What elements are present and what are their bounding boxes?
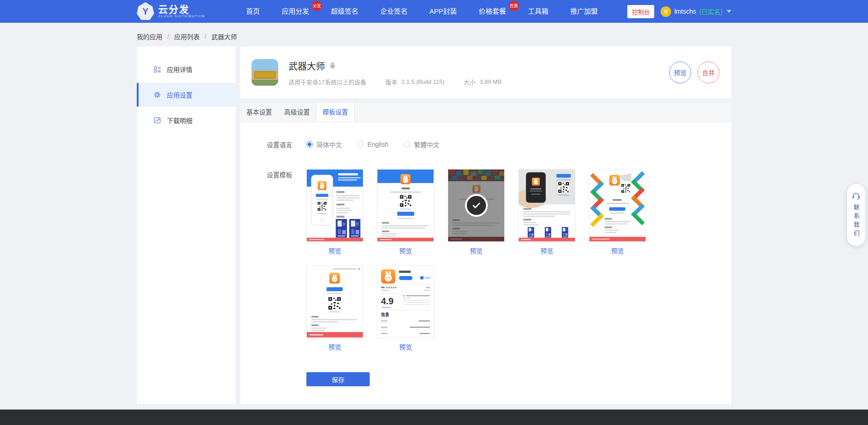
- template-thumb-4[interactable]: [518, 169, 575, 242]
- template-cell-1: 预览: [306, 169, 363, 255]
- template-cell-5: 预览: [589, 169, 646, 255]
- template-7-art: 4.9: [377, 266, 434, 338]
- version-value: 1.1.5 (Build 115): [401, 78, 444, 85]
- nav-item-app-packaging[interactable]: APP封装: [418, 0, 468, 23]
- breadcrumb-current-app: 武器大师: [212, 32, 237, 41]
- nav-item-super-signature[interactable]: 超级签名: [320, 0, 369, 23]
- grid-icon: [153, 65, 161, 73]
- version-label: 版本: [385, 77, 397, 86]
- android-icon: [329, 61, 336, 70]
- template-thumb-6[interactable]: [306, 265, 363, 338]
- template-cell-2: 预览: [377, 169, 434, 255]
- merge-button[interactable]: 合并: [698, 61, 719, 83]
- template-cell-3: 预览: [448, 169, 505, 255]
- radio-selected-icon: [306, 141, 313, 148]
- template-preview-link-5[interactable]: 预览: [611, 246, 624, 255]
- radio-english[interactable]: English: [357, 141, 388, 148]
- nav-item-home[interactable]: 首页: [235, 0, 271, 23]
- template-6-art: [307, 266, 363, 338]
- contact-us-widget[interactable]: 联系我们: [847, 184, 865, 246]
- app-icon: [251, 59, 279, 86]
- template-5-art: [589, 169, 646, 241]
- nav-item-toolbox[interactable]: 工具箱: [517, 0, 559, 23]
- brand-logo[interactable]: Y 云分发 CLOUD DISTRIBUTION: [137, 2, 205, 20]
- save-button[interactable]: 保存: [306, 372, 370, 386]
- template-thumb-7[interactable]: 4.9: [377, 265, 434, 338]
- radio-icon: [357, 141, 364, 148]
- app-description: 适用于安卓17系统以上的设备: [289, 77, 366, 86]
- template-thumb-5[interactable]: [589, 169, 646, 242]
- preview-app-button[interactable]: 预览: [669, 61, 691, 83]
- sidebar: 应用详情 应用设置: [137, 46, 236, 404]
- radio-simplified-chinese[interactable]: 简体中文: [306, 140, 342, 149]
- selected-overlay: [448, 169, 504, 241]
- logo-subtitle: CLOUD DISTRIBUTION: [158, 15, 205, 18]
- settings-card: 基本设置 高级设置 模板设置 设置语言 简体中文: [240, 103, 731, 404]
- tab-bar: 基本设置 高级设置 模板设置: [240, 103, 731, 122]
- template-preview-link-6[interactable]: 预览: [329, 342, 341, 351]
- breadcrumb-app-list[interactable]: 应用列表: [174, 32, 200, 41]
- tab-template-settings[interactable]: 模板设置: [316, 103, 355, 122]
- template-cell-4: 预览: [518, 169, 575, 255]
- template-thumb-1[interactable]: [306, 169, 363, 242]
- nav-item-app-distribution[interactable]: 应用分发分发: [271, 0, 320, 23]
- selected-check-icon: [465, 194, 488, 217]
- template-preview-link-4[interactable]: 预览: [541, 246, 553, 255]
- language-radio-group: 简体中文 English 繁體中文: [306, 140, 455, 149]
- template-4-art: [519, 169, 575, 241]
- verified-status: (已实名): [699, 7, 723, 16]
- size-label: 大小: [464, 77, 475, 86]
- template-preview-link-2[interactable]: 预览: [399, 246, 412, 255]
- store-rating: 4.9: [381, 296, 393, 306]
- sidebar-item-app-settings[interactable]: 应用设置: [137, 83, 236, 107]
- console-button[interactable]: 控制台: [627, 5, 654, 18]
- template-2-art: [377, 169, 434, 241]
- sidebar-item-download-details[interactable]: 下载明细: [137, 108, 236, 132]
- store-info-heading: 信息: [381, 312, 389, 317]
- radio-traditional-chinese[interactable]: 繁體中文: [404, 140, 439, 149]
- template-preview-link-3[interactable]: 预览: [470, 246, 483, 255]
- logo-title: 云分发: [158, 5, 205, 15]
- sidebar-item-app-details[interactable]: 应用详情: [137, 57, 236, 81]
- language-row: 设置语言 简体中文 English: [267, 140, 731, 149]
- gear-icon: [153, 91, 161, 99]
- app-title: 武器大师: [289, 59, 325, 72]
- username: lmtschs: [674, 8, 696, 15]
- app-header-card: 武器大师: [240, 46, 731, 98]
- template-row: 设置模板: [267, 169, 731, 351]
- user-menu[interactable]: V lmtschs (已实名): [661, 6, 731, 17]
- nav-item-enterprise-signature[interactable]: 企业签名: [369, 0, 418, 23]
- page-footer: [0, 410, 868, 425]
- language-label: 设置语言: [267, 140, 306, 149]
- breadcrumb: 我的应用 / 应用列表 / 武器大师: [137, 23, 731, 46]
- contact-us-label: 联系我们: [852, 204, 861, 239]
- radio-icon: [404, 141, 410, 148]
- template-preview-link-1[interactable]: 预览: [329, 246, 341, 255]
- chevron-down-icon: [727, 10, 731, 13]
- tab-advanced-settings[interactable]: 高级设置: [278, 103, 316, 122]
- template-thumb-2[interactable]: [377, 169, 434, 242]
- avatar: V: [661, 6, 671, 17]
- logo-hexagon-icon: Y: [137, 2, 154, 20]
- logo-letter: Y: [142, 6, 148, 17]
- template-label: 设置模板: [267, 169, 306, 179]
- template-grid: 预览: [306, 169, 653, 351]
- nav-item-pricing[interactable]: 价格套餐优惠: [468, 0, 517, 23]
- template-thumb-3-selected[interactable]: [448, 169, 505, 242]
- template-cell-6: 预览: [306, 265, 363, 351]
- size-value: 3.89 MB: [480, 78, 501, 85]
- template-cell-7: 4.9: [377, 265, 434, 351]
- headset-icon: [851, 190, 861, 200]
- main-nav: 首页 应用分发分发 超级签名 企业签名 APP封装 价格套餐优惠 工具箱 推广加…: [235, 0, 609, 23]
- breadcrumb-my-apps[interactable]: 我的应用: [137, 32, 162, 41]
- nav-item-promotion[interactable]: 推广加盟: [559, 0, 609, 23]
- top-navbar: Y 云分发 CLOUD DISTRIBUTION 首页 应用分发分发 超级签名 …: [0, 0, 868, 23]
- template-preview-link-7[interactable]: 预览: [399, 342, 412, 351]
- chart-icon: [153, 116, 161, 124]
- tab-basic-settings[interactable]: 基本设置: [240, 103, 278, 122]
- template-1-art: [307, 169, 363, 241]
